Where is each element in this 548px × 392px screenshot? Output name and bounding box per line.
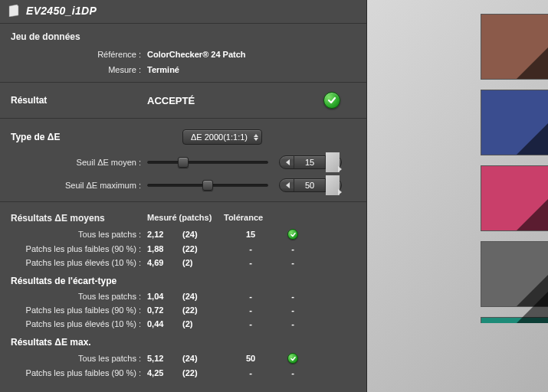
row-label: Tous les patchs : xyxy=(11,354,147,363)
divider xyxy=(0,82,366,83)
row-label: Tous les patchs : xyxy=(11,230,147,239)
row-count: (22) xyxy=(182,368,224,377)
row-label: Tous les patchs : xyxy=(11,292,147,301)
row-status: - xyxy=(277,319,308,328)
row-tolerance: - xyxy=(224,305,277,315)
measure-label: Mesure : xyxy=(11,65,147,74)
row-label: Patchs les plus élevés (10 %) : xyxy=(11,319,147,328)
dataset-heading: Jeu de données xyxy=(0,24,366,47)
row-measured: 1,04 xyxy=(147,292,182,301)
row-measured: 4,69 xyxy=(147,258,182,267)
row-tolerance: - xyxy=(224,292,277,301)
row-label: Patchs les plus faibles (90 %) : xyxy=(11,305,147,315)
table-row: Tous les patchs :1,04(24)-- xyxy=(11,289,356,303)
reference-label: Référence : xyxy=(11,50,147,59)
result-value: ACCEPTÉ xyxy=(147,95,323,106)
divider xyxy=(0,201,366,202)
deltae-type-label: Type de ΔE xyxy=(11,132,147,142)
result-row: Résultat ACCEPTÉ xyxy=(0,87,366,113)
avg-threshold-value: 15 xyxy=(294,156,326,168)
row-tolerance: - xyxy=(224,244,277,253)
row-status xyxy=(277,353,308,364)
table-row: Patchs les plus faibles (90 %) :0,72(22)… xyxy=(11,303,356,317)
row-measured: 4,25 xyxy=(147,368,182,377)
deltae-type-row: Type de ΔE ΔE 2000(1:1:1) xyxy=(0,123,366,151)
row-tolerance: - xyxy=(224,319,277,328)
stepper-decrement[interactable] xyxy=(281,182,294,188)
row-count: (22) xyxy=(182,244,224,253)
swatch-pink[interactable] xyxy=(481,165,548,231)
row-status: - xyxy=(277,258,308,267)
table-row: Tous les patchs :2,12(24)15 xyxy=(11,227,356,242)
check-icon xyxy=(323,92,340,109)
titlebar: EV2450_i1DP xyxy=(0,0,366,24)
row-status: - xyxy=(277,368,308,377)
row-status: - xyxy=(277,305,308,315)
row-label: Patchs les plus faibles (90 %) : xyxy=(11,368,147,377)
table-row: Patchs les plus élevés (10 %) :0,44(2)-- xyxy=(11,317,356,331)
row-count: (22) xyxy=(182,305,224,315)
max-threshold-stepper[interactable]: 50 xyxy=(279,178,342,192)
swatch-teal[interactable] xyxy=(481,317,548,323)
stepper-decrement[interactable] xyxy=(281,159,294,165)
deltae-type-selected: ΔE 2000(1:1:1) xyxy=(191,132,248,142)
row-count: (24) xyxy=(182,354,224,363)
swatch-brown[interactable] xyxy=(481,14,548,80)
result-badge xyxy=(323,92,340,109)
stepper-increment[interactable] xyxy=(326,175,340,195)
reference-row: Référence : ColorChecker® 24 Patch xyxy=(0,47,366,62)
reference-value: ColorChecker® 24 Patch xyxy=(147,50,246,59)
row-status xyxy=(277,229,308,240)
result-label: Résultat xyxy=(11,95,147,106)
row-measured: 0,44 xyxy=(147,319,182,328)
check-icon xyxy=(287,229,298,240)
max-threshold-slider[interactable] xyxy=(147,180,268,191)
check-icon xyxy=(287,353,298,364)
measure-row: Mesure : Terminé xyxy=(0,62,366,77)
row-count: (24) xyxy=(182,292,224,301)
avg-threshold-label: Seuil ΔE moyen : xyxy=(11,158,147,167)
avg-threshold-stepper[interactable]: 15 xyxy=(279,155,342,169)
row-status: - xyxy=(277,292,308,301)
max-threshold-label: Seuil ΔE maximum : xyxy=(11,181,147,190)
stepper-increment[interactable] xyxy=(326,152,340,172)
group-title: Résultats ΔE max. xyxy=(11,331,356,351)
table-row: Tous les patchs :5,12(24)50 xyxy=(11,351,356,366)
row-measured: 5,12 xyxy=(147,354,182,363)
row-count: (2) xyxy=(182,319,224,328)
swatch-blue[interactable] xyxy=(481,90,548,155)
col-measured: Mesuré (patchs) xyxy=(147,213,224,224)
row-tolerance: - xyxy=(224,258,277,267)
max-threshold-value: 50 xyxy=(294,179,326,191)
row-measured: 2,12 xyxy=(147,230,182,239)
divider xyxy=(0,118,366,119)
avg-threshold-row: Seuil ΔE moyen : 15 xyxy=(0,151,366,174)
table-row: Patchs les plus faibles (90 %) :4,25(22)… xyxy=(11,366,356,380)
row-tolerance: - xyxy=(224,368,277,377)
row-count: (2) xyxy=(182,258,224,267)
table-row: Patchs les plus faibles (90 %) :1,88(22)… xyxy=(11,242,356,256)
profile-title: EV2450_i1DP xyxy=(26,5,97,17)
row-tolerance: 50 xyxy=(224,354,277,363)
dropdown-arrows-icon xyxy=(254,134,258,141)
measure-value: Terminé xyxy=(147,65,179,74)
document-icon xyxy=(8,5,21,17)
row-tolerance: 15 xyxy=(224,230,277,239)
col-tolerance: Tolérance xyxy=(224,213,293,224)
group-title: Résultats ΔE moyens xyxy=(11,213,147,224)
row-label: Patchs les plus faibles (90 %) : xyxy=(11,244,147,253)
row-count: (24) xyxy=(182,230,224,239)
row-label: Patchs les plus élevés (10 %) : xyxy=(11,258,147,267)
row-measured: 0,72 xyxy=(147,305,182,315)
avg-threshold-slider[interactable] xyxy=(147,157,268,168)
row-status: - xyxy=(277,244,308,253)
row-measured: 1,88 xyxy=(147,244,182,253)
max-threshold-row: Seuil ΔE maximum : 50 xyxy=(0,174,366,197)
table-row: Patchs les plus élevés (10 %) :4,69(2)-- xyxy=(11,256,356,270)
deltae-type-dropdown[interactable]: ΔE 2000(1:1:1) xyxy=(182,129,262,145)
swatch-panel xyxy=(367,0,548,392)
results-table: Résultats ΔE moyensMesuré (patchs)Toléra… xyxy=(0,207,366,380)
group-title: Résultats de l'écart-type xyxy=(11,270,356,289)
